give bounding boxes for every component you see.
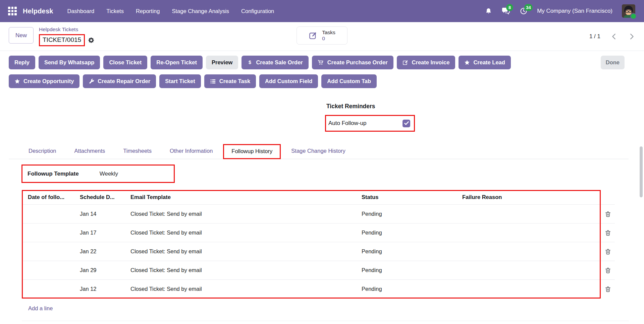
pager: 1 / 1 bbox=[589, 22, 635, 51]
create-invoice-button[interactable]: Create Invoice bbox=[397, 56, 455, 69]
header-date-of-followup[interactable]: Date of follo... bbox=[28, 194, 80, 200]
header-status[interactable]: Status bbox=[362, 194, 462, 200]
status-cell: Pending bbox=[362, 248, 462, 255]
status-cell: Pending bbox=[362, 211, 462, 217]
auto-followup-checkbox[interactable] bbox=[402, 120, 410, 127]
followup-row[interactable]: Jan 12 Closed Ticket: Send by email Pend… bbox=[22, 279, 615, 298]
status-cell: Pending bbox=[362, 286, 462, 292]
company-menu[interactable]: My Company (San Francisco) bbox=[537, 8, 612, 14]
ticket-reminders-title: Ticket Reminders bbox=[326, 103, 375, 110]
delete-row-icon[interactable] bbox=[605, 286, 611, 293]
top-navbar: Helpdesk Dashboard Tickets Reporting Sta… bbox=[0, 0, 644, 22]
list-icon bbox=[210, 78, 216, 84]
schedule-date-cell: Jan 22 bbox=[80, 248, 130, 255]
new-button[interactable]: New bbox=[9, 27, 34, 44]
notebook-tabs: Description Attachments Timesheets Other… bbox=[9, 143, 629, 159]
done-button[interactable]: Done bbox=[601, 56, 625, 69]
cart-icon bbox=[318, 59, 324, 66]
delete-row-icon[interactable] bbox=[605, 248, 611, 255]
schedule-date-cell: Jan 17 bbox=[80, 230, 130, 236]
messages-badge: 8 bbox=[506, 4, 513, 11]
close-ticket-button[interactable]: Close Ticket bbox=[103, 56, 147, 69]
create-repair-order-button[interactable]: Create Repair Order bbox=[83, 74, 156, 88]
reply-button[interactable]: Reply bbox=[9, 56, 35, 69]
notifications-button[interactable] bbox=[485, 7, 492, 15]
configuration-menu-item[interactable]: Configuration bbox=[241, 8, 274, 14]
main-menu: Dashboard Tickets Reporting Stage Change… bbox=[67, 8, 274, 14]
helpdesk-app: Helpdesk Dashboard Tickets Reporting Sta… bbox=[0, 0, 644, 324]
control-panel: New Helpdesk Tickets TICKET/0015 Tasks 0… bbox=[0, 22, 644, 51]
add-custom-field-button[interactable]: Add Custom Field bbox=[259, 74, 318, 88]
other-information-tab[interactable]: Other Information bbox=[162, 144, 220, 157]
breadcrumb-parent-link[interactable]: Helpdesk Tickets bbox=[39, 25, 95, 34]
send-by-whatsapp-button[interactable]: Send By Whatsapp bbox=[39, 56, 100, 69]
auto-followup-field: Auto Follow-up bbox=[325, 115, 415, 132]
followup-history-tab[interactable]: Followup History bbox=[223, 144, 281, 159]
auto-followup-label: Auto Follow-up bbox=[328, 120, 366, 127]
tickets-menu-item[interactable]: Tickets bbox=[106, 8, 124, 14]
reporting-menu-item[interactable]: Reporting bbox=[136, 8, 160, 14]
edit-note-icon bbox=[309, 31, 318, 40]
stage-change-analysis-menu-item[interactable]: Stage Change Analysis bbox=[172, 8, 229, 14]
breadcrumb-current: TICKET/0015 bbox=[39, 34, 85, 46]
svg-text:$: $ bbox=[249, 60, 251, 65]
email-template-cell: Closed Ticket: Send by email bbox=[130, 267, 362, 273]
followup-template-value[interactable]: Weekly bbox=[100, 171, 118, 177]
start-ticket-button[interactable]: Start Ticket bbox=[159, 74, 201, 88]
timesheets-tab[interactable]: Timesheets bbox=[115, 144, 159, 157]
header-failure-reason[interactable]: Failure Reason bbox=[462, 194, 601, 200]
schedule-date-cell: Jan 12 bbox=[80, 286, 130, 292]
action-buttons-row-2: Create Opportunity Create Repair Order S… bbox=[9, 74, 635, 88]
create-lead-button[interactable]: Create Lead bbox=[459, 56, 511, 69]
app-title[interactable]: Helpdesk bbox=[23, 7, 53, 15]
breadcrumb: Helpdesk Tickets TICKET/0015 bbox=[39, 25, 95, 46]
followup-row[interactable]: Jan 29 Closed Ticket: Send by email Pend… bbox=[22, 261, 615, 279]
vertical-scrollbar[interactable] bbox=[640, 146, 643, 197]
preview-button[interactable]: Preview bbox=[206, 56, 238, 69]
delete-row-icon[interactable] bbox=[605, 211, 611, 217]
activities-badge: 34 bbox=[524, 4, 532, 11]
add-a-line-link[interactable]: Add a line bbox=[28, 305, 53, 312]
description-tab[interactable]: Description bbox=[21, 144, 64, 157]
followup-row[interactable]: Jan 22 Closed Ticket: Send by email Pend… bbox=[22, 242, 615, 261]
apps-menu-icon[interactable] bbox=[8, 7, 17, 15]
followup-row[interactable]: Jan 14 Closed Ticket: Send by email Pend… bbox=[22, 204, 615, 223]
stage-change-history-tab[interactable]: Stage Change History bbox=[283, 144, 353, 157]
tasks-stat-button[interactable]: Tasks 0 bbox=[297, 26, 347, 45]
create-purchase-order-button[interactable]: Create Purchase Order bbox=[312, 56, 393, 69]
form-sheet: Ticket Reminders Auto Follow-up Descript… bbox=[0, 95, 644, 323]
gear-icon[interactable] bbox=[88, 37, 95, 44]
pager-next-icon[interactable] bbox=[628, 33, 635, 40]
status-cell: Pending bbox=[362, 267, 462, 273]
tasks-label: Tasks bbox=[322, 29, 335, 36]
user-menu[interactable] bbox=[622, 4, 635, 18]
check-icon bbox=[404, 121, 409, 125]
re-open-ticket-button[interactable]: Re-Open Ticket bbox=[151, 56, 203, 69]
dollar-icon: $ bbox=[247, 60, 253, 66]
pager-value: 1 / 1 bbox=[589, 33, 600, 40]
delete-row-icon[interactable] bbox=[605, 267, 611, 274]
wrench-icon bbox=[89, 78, 94, 84]
activities-button[interactable]: 34 bbox=[520, 7, 528, 15]
statusbar: Reply Send By Whatsapp Close Ticket Re-O… bbox=[0, 51, 644, 95]
add-custom-tab-button[interactable]: Add Custom Tab bbox=[321, 74, 377, 88]
create-task-button[interactable]: Create Task bbox=[204, 74, 256, 88]
star-icon bbox=[14, 78, 20, 84]
schedule-date-cell: Jan 29 bbox=[80, 267, 130, 273]
pager-previous-icon[interactable] bbox=[610, 33, 618, 40]
create-sale-order-button[interactable]: $ Create Sale Order bbox=[241, 56, 308, 69]
header-schedule-date[interactable]: Schedule D... bbox=[80, 194, 130, 200]
create-opportunity-button[interactable]: Create Opportunity bbox=[9, 74, 79, 88]
navbar-systray: 8 34 My Company (San Francisco) bbox=[485, 4, 635, 18]
edit-icon bbox=[402, 60, 409, 66]
email-template-cell: Closed Ticket: Send by email bbox=[130, 230, 362, 236]
delete-row-icon[interactable] bbox=[605, 230, 611, 236]
followup-template-label: Followup Template bbox=[28, 171, 79, 177]
messages-button[interactable]: 8 bbox=[501, 7, 510, 15]
email-template-cell: Closed Ticket: Send by email bbox=[130, 248, 362, 255]
followup-row[interactable]: Jan 17 Closed Ticket: Send by email Pend… bbox=[22, 223, 615, 242]
dashboard-menu-item[interactable]: Dashboard bbox=[67, 8, 95, 14]
bell-icon bbox=[485, 7, 492, 15]
header-email-template[interactable]: Email Template bbox=[130, 194, 362, 200]
attachments-tab[interactable]: Attachments bbox=[67, 144, 113, 157]
